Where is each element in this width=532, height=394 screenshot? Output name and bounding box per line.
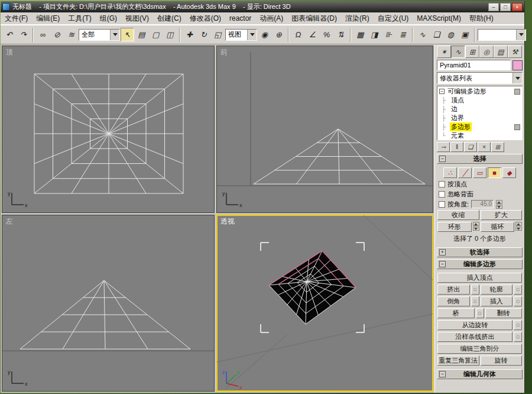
retriangulate-button[interactable]: 重复三角算法	[437, 356, 479, 366]
shrink-button[interactable]: 收缩	[437, 210, 479, 220]
menu-modifiers[interactable]: 修改器(O)	[186, 12, 225, 25]
by-angle-checkbox[interactable]	[439, 201, 445, 208]
hinge-from-edge-button[interactable]: 从边旋转	[437, 320, 512, 330]
element-mode-button[interactable]: ◆	[502, 167, 516, 178]
modifier-list-dropdown[interactable]: 修改器列表	[437, 72, 523, 84]
viewport-front[interactable]: 前 yx	[216, 46, 433, 213]
hinge-settings-button[interactable]: □	[514, 320, 522, 330]
menu-file[interactable]: 文件(F)	[1, 12, 32, 25]
grow-button[interactable]: 扩大	[481, 210, 523, 220]
reference-coordinate-dropdown[interactable]: 视图	[225, 29, 257, 41]
extrude-along-spline-button[interactable]: 沿样条线挤出	[437, 332, 512, 342]
stack-item-border[interactable]: ├ 边界	[437, 114, 522, 122]
selection-filter-dropdown[interactable]: 全部	[79, 29, 120, 41]
align-button[interactable]: ⊪	[382, 28, 395, 41]
menu-maxscript[interactable]: MAXScript(M)	[413, 12, 465, 24]
viewport-perspective[interactable]: 透视 xyz	[216, 215, 433, 392]
extrude-button[interactable]: 挤出	[437, 285, 470, 295]
inset-button[interactable]: 插入	[481, 296, 513, 306]
close-button[interactable]: ×	[512, 3, 523, 11]
hierarchy-tab[interactable]: ⊞	[465, 46, 479, 58]
bridge-button[interactable]: 桥	[437, 308, 475, 318]
chevron-down-icon[interactable]	[512, 73, 522, 83]
collapse-icon[interactable]: −	[439, 89, 445, 94]
loop-button[interactable]: 循环	[481, 222, 515, 232]
undo-button[interactable]: ↶	[2, 28, 16, 41]
window-crossing-button[interactable]: ◫	[163, 28, 177, 41]
turn-button[interactable]: 旋转	[481, 356, 523, 366]
angle-snap-button[interactable]: ∠	[306, 28, 319, 41]
by-vertex-checkbox[interactable]	[439, 181, 445, 188]
curve-editor-button[interactable]: ∿	[416, 28, 429, 41]
stack-item-element[interactable]: └ 元素	[437, 131, 522, 140]
collapse-icon[interactable]: −	[439, 261, 446, 267]
vertex-mode-button[interactable]: ∴	[443, 167, 457, 178]
select-rotate-button[interactable]: ↻	[197, 28, 210, 41]
percent-snap-button[interactable]: %	[320, 28, 333, 41]
remove-modifier-button[interactable]: ×	[478, 142, 491, 152]
select-link-button[interactable]: ∞	[36, 28, 50, 41]
edit-geometry-rollout-header[interactable]: − 编辑几何体	[437, 369, 523, 379]
edit-triangulation-button[interactable]: 编辑三角剖分	[437, 344, 522, 354]
flip-button[interactable]: 翻转	[485, 308, 523, 318]
menu-tools[interactable]: 工具(T)	[64, 12, 95, 25]
stack-item-vertex[interactable]: ├ 顶点	[437, 96, 522, 105]
bevel-settings-button[interactable]: □	[471, 296, 479, 306]
angle-spinner[interactable]	[496, 200, 502, 209]
maximize-button[interactable]: □	[500, 3, 511, 11]
menu-reactor[interactable]: reactor	[225, 12, 255, 24]
motion-tab[interactable]: ◎	[479, 46, 494, 58]
ignore-backfacing-checkbox[interactable]	[439, 191, 445, 198]
soft-selection-rollout-header[interactable]: + 软选择	[437, 247, 523, 257]
minimize-button[interactable]: –	[488, 3, 499, 11]
bridge-settings-button[interactable]: □	[476, 308, 484, 318]
viewport-top-label[interactable]: 顶	[6, 47, 13, 57]
object-name-field[interactable]: Pyramid01	[437, 60, 511, 70]
stack-item-polygon[interactable]: ├ 多边形	[437, 122, 522, 131]
bind-spacewarp-button[interactable]: ≋	[64, 28, 78, 41]
stack-item-edge[interactable]: ├ 边	[437, 105, 522, 114]
collapse-icon[interactable]: −	[439, 156, 446, 162]
edge-mode-button[interactable]: ╱	[458, 167, 472, 178]
border-mode-button[interactable]: ▭	[473, 167, 486, 178]
viewport-perspective-label[interactable]: 透视	[220, 217, 235, 227]
spinner-snap-button[interactable]: ⇅	[334, 28, 348, 41]
render-presets-dropdown[interactable]	[478, 29, 526, 41]
edit-polygons-rollout-header[interactable]: − 编辑多边形	[437, 259, 523, 269]
render-scene-button[interactable]: ▣	[458, 28, 472, 41]
display-tab[interactable]: ▤	[494, 46, 508, 58]
select-by-name-button[interactable]: ▤	[135, 28, 148, 41]
outline-settings-button[interactable]: □	[514, 285, 522, 295]
collapse-icon[interactable]: −	[439, 371, 446, 377]
show-end-result-button[interactable]: ‖	[450, 142, 463, 152]
chevron-down-icon[interactable]	[110, 30, 119, 40]
unlink-button[interactable]: ⊘	[50, 28, 64, 41]
material-editor-button[interactable]: ◍	[444, 28, 458, 41]
modifier-toggle-icon[interactable]	[514, 124, 520, 130]
chevron-down-icon[interactable]	[516, 30, 525, 40]
viewport-left[interactable]: 左 yx	[2, 215, 215, 392]
layer-manager-button[interactable]: ≣	[396, 28, 410, 41]
bevel-button[interactable]: 倒角	[437, 296, 470, 306]
mirror-button[interactable]: ◨	[368, 28, 381, 41]
ring-button[interactable]: 环形	[437, 222, 472, 232]
modifier-toggle-icon[interactable]	[514, 89, 520, 95]
rect-selection-region-button[interactable]: ▢	[149, 28, 163, 41]
modify-tab[interactable]: ∿	[451, 46, 465, 58]
menu-edit[interactable]: 编辑(E)	[32, 12, 64, 25]
menu-help[interactable]: 帮助(H)	[465, 12, 498, 25]
select-scale-button[interactable]: ◱	[211, 28, 225, 41]
menu-rendering[interactable]: 渲染(R)	[341, 12, 374, 25]
menu-group[interactable]: 组(G)	[96, 12, 121, 25]
insert-vertex-button[interactable]: 插入顶点	[437, 273, 522, 283]
menu-create[interactable]: 创建(C)	[153, 12, 186, 25]
viewport-front-label[interactable]: 前	[220, 47, 228, 57]
configure-modifier-sets-button[interactable]: ⊞	[491, 142, 504, 152]
extrude-settings-button[interactable]: □	[471, 285, 479, 295]
selection-rollout-header[interactable]: − 选择	[437, 154, 523, 164]
angle-value-field[interactable]: 45.0	[471, 200, 494, 208]
utilities-tab[interactable]: ⚒	[508, 46, 522, 58]
use-pivot-center-button[interactable]: ◉	[258, 28, 271, 41]
expand-icon[interactable]: +	[439, 249, 446, 256]
named-selection-sets-button[interactable]: ▦	[353, 28, 367, 41]
